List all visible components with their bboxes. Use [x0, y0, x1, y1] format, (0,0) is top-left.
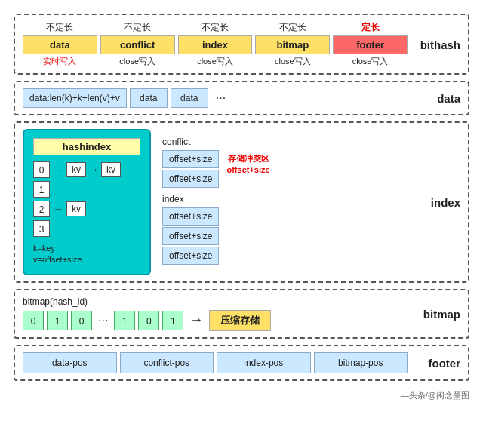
hash-arrow-2a: →	[53, 203, 63, 215]
data-cell-formula: data:len(k)+k+len(v)+v	[23, 88, 127, 108]
hashindex-box: hashindex 0 → kv → kv 1	[23, 129, 151, 275]
bithash-top-label-1: 不定长	[100, 21, 175, 34]
bithash-cell-bitmap: bitmap	[255, 35, 330, 54]
hash-num-1: 1	[33, 181, 50, 198]
bithash-top-label-0: 不定长	[23, 21, 97, 34]
bitmap-title: bitmap(hash_id)	[23, 296, 408, 307]
data-label: data	[437, 92, 460, 105]
data-row: data:len(k)+k+len(v)+v data data ···	[23, 88, 408, 108]
footer-cells: data-pos conflict-pos index-pos bitmap-p…	[23, 352, 408, 373]
bitmap-dots: ···	[95, 314, 111, 327]
right-side: conflict offset+size offset+size 存储冲突区of…	[162, 129, 408, 265]
hash-arrow-0a: →	[53, 164, 63, 176]
bitmap-row: 0 1 0 ··· 1 0 1 → 压缩存储	[23, 310, 408, 331]
footer-cell-index-pos: index-pos	[217, 352, 311, 373]
data-section: data:len(k)+k+len(v)+v data data ··· dat…	[14, 81, 469, 115]
index-inner: hashindex 0 → kv → kv 1	[23, 129, 408, 275]
conflict-group: conflict offset+size offset+size	[162, 137, 219, 188]
bithash-top-label-3: 不定长	[255, 21, 330, 34]
storage-conflict-label: 存储冲突区offset+size	[226, 153, 269, 176]
bithash-cell-conflict: conflict	[100, 35, 175, 54]
bitmap-cell-2: 0	[71, 311, 92, 330]
hash-kv-0b: kv	[101, 162, 121, 177]
conflict-index-row: conflict offset+size offset+size 存储冲突区of…	[162, 137, 408, 188]
bitmap-cell-0: 0	[23, 311, 44, 330]
bitmap-compressed: 压缩存储	[209, 310, 271, 331]
footer-cell-bitmap-pos: bitmap-pos	[314, 352, 408, 373]
bitmap-section: bitmap(hash_id) 0 1 0 ··· 1 0 1 → 压缩存储 b…	[14, 289, 469, 339]
hashindex-title: hashindex	[33, 138, 140, 155]
hash-kv-0a: kv	[66, 162, 86, 177]
hash-row-0: 0 → kv → kv	[33, 161, 140, 178]
hash-num-3: 3	[33, 220, 50, 237]
footer-label: footer	[429, 356, 461, 369]
bithash-section: 不定长 不定长 不定长 不定长 定长 data conflict index b…	[14, 14, 469, 75]
bithash-top-labels: 不定长 不定长 不定长 不定长 定长	[23, 21, 408, 34]
bithash-cell-index: index	[178, 35, 253, 54]
hash-row-1: 1	[33, 181, 140, 198]
bithash-cell-data: data	[23, 35, 97, 54]
conflict-cell-1: offset+size	[162, 170, 219, 188]
hash-num-0: 0	[33, 161, 50, 178]
bithash-bottom-label-2: close写入	[178, 56, 253, 67]
hash-row-3: 3	[33, 220, 140, 237]
bithash-cell-footer: footer	[333, 35, 408, 54]
hash-kv-2a: kv	[66, 201, 86, 216]
hashindex-rows: 0 → kv → kv 1 2 →	[33, 161, 140, 237]
bithash-bottom-label-1: close写入	[100, 56, 175, 67]
index-cell-1: offset+size	[162, 227, 219, 245]
hash-num-2: 2	[33, 201, 50, 217]
index-cell-0: offset+size	[162, 207, 219, 226]
bithash-top-label-4: 定长	[333, 21, 408, 34]
bithash-bottom-label-0: 实时写入	[23, 56, 97, 67]
data-cell-data2: data	[171, 88, 208, 108]
bitmap-label: bitmap	[423, 307, 460, 320]
index-section: hashindex 0 → kv → kv 1	[14, 121, 469, 283]
hashindex-footer: k=keyv=offset+size	[33, 243, 140, 266]
hash-arrow-0b: →	[88, 164, 99, 176]
footer-section: data-pos conflict-pos index-pos bitmap-p…	[14, 345, 469, 381]
conflict-cell-0: offset+size	[162, 150, 219, 168]
bithash-label: bithash	[420, 38, 460, 51]
index-label: index	[431, 195, 460, 208]
bithash-bottom-label-3: close写入	[255, 56, 330, 67]
index-cell-2: offset+size	[162, 247, 219, 265]
bithash-bottom-labels: 实时写入 close写入 close写入 close写入 close写入	[23, 56, 408, 67]
watermark: —头条/@闲念墨图	[14, 390, 469, 401]
bithash-cells: data conflict index bitmap footer	[23, 35, 408, 54]
hash-row-2: 2 → kv	[33, 201, 140, 217]
bithash-top-label-2: 不定长	[178, 21, 253, 34]
bithash-bottom-label-4: close写入	[333, 56, 408, 67]
data-cell-data1: data	[130, 88, 168, 108]
footer-cell-data-pos: data-pos	[23, 352, 117, 373]
data-dots: ···	[211, 91, 230, 105]
index-group: index offset+size offset+size offset+siz…	[162, 194, 408, 265]
bitmap-cell-1: 1	[47, 311, 68, 330]
main-container: 不定长 不定长 不定长 不定长 定长 data conflict index b…	[8, 8, 475, 407]
conflict-label: conflict	[162, 137, 190, 147]
footer-cell-conflict-pos: conflict-pos	[120, 352, 214, 373]
index-sublabel: index	[162, 194, 184, 204]
bitmap-arrow: →	[186, 312, 206, 328]
storage-conflict-area: 存储冲突区offset+size	[226, 137, 269, 176]
hash-kv-chain-0: kv → kv	[66, 162, 121, 177]
bitmap-cell-6: 1	[162, 311, 183, 330]
bitmap-cell-4: 1	[114, 311, 135, 330]
bitmap-cell-5: 0	[138, 311, 159, 330]
